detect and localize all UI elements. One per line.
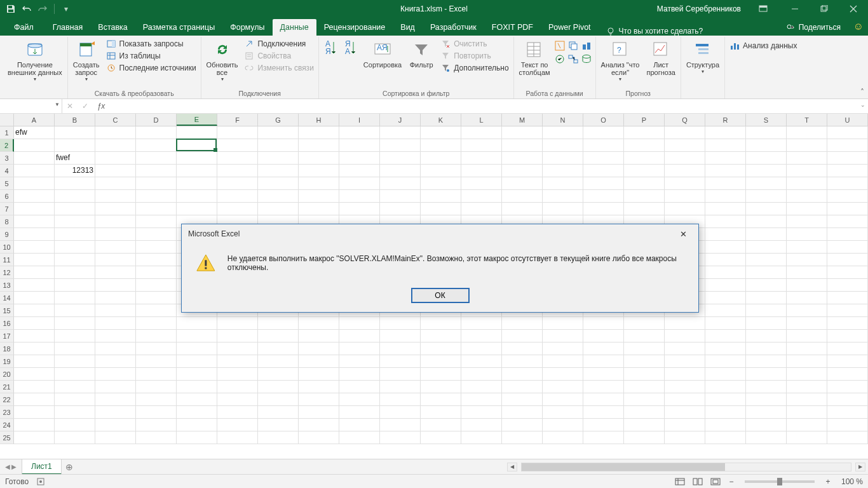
cell[interactable] [421,165,461,177]
cell[interactable] [136,139,177,152]
cell[interactable] [461,177,502,190]
cell[interactable] [258,126,299,139]
cell[interactable] [95,330,136,342]
outline-button[interactable]: Структура ▾ [684,38,722,76]
cell[interactable] [14,215,55,228]
column-header[interactable]: E [177,114,217,126]
cell[interactable] [502,368,543,381]
cell[interactable] [217,165,258,177]
cell[interactable] [787,355,827,368]
filter-button[interactable]: Фильтр [406,38,437,70]
sheet-tab[interactable]: Лист1 [22,459,62,475]
cell[interactable] [95,228,136,241]
cell[interactable] [299,330,339,342]
cell[interactable] [583,139,624,152]
cell[interactable] [136,165,177,177]
qat-customize-icon[interactable]: ▾ [59,3,73,15]
cell[interactable] [787,215,827,228]
cell[interactable] [543,419,583,431]
cell[interactable] [136,228,177,241]
cell[interactable] [95,431,136,444]
row-header[interactable]: 3 [0,152,14,165]
cell[interactable] [299,393,339,406]
cell[interactable] [55,304,95,317]
select-all-corner[interactable] [0,114,14,126]
cell[interactable] [705,241,746,254]
column-header[interactable]: M [502,114,543,126]
cell[interactable] [258,165,299,177]
cell[interactable] [502,152,543,165]
cell[interactable] [705,381,746,393]
cell[interactable] [55,266,95,279]
cell[interactable] [258,342,299,355]
cell[interactable] [14,330,55,342]
column-header[interactable]: K [421,114,461,126]
cell[interactable] [55,215,95,228]
user-name[interactable]: Матвей Серебренников [652,4,746,13]
cell[interactable] [827,393,868,406]
row-header[interactable]: 6 [0,190,14,203]
remove-duplicates-icon[interactable] [568,41,578,51]
cell[interactable] [665,431,705,444]
cell[interactable] [299,165,339,177]
cell[interactable] [177,431,217,444]
cell[interactable] [136,393,177,406]
row-header[interactable]: 10 [0,241,14,254]
cell[interactable] [624,330,665,342]
cell[interactable] [827,190,868,203]
cell[interactable] [217,152,258,165]
cell[interactable] [217,368,258,381]
cell[interactable] [299,342,339,355]
cell[interactable] [55,254,95,266]
cell[interactable] [55,126,95,139]
zoom-out-button[interactable]: − [727,477,736,486]
new-query-button[interactable]: Создать запрос ▾ [71,38,102,83]
hscroll-thumb[interactable] [522,463,725,471]
cell[interactable] [14,228,55,241]
cell[interactable] [177,381,217,393]
cell[interactable] [55,177,95,190]
cell[interactable] [95,139,136,152]
cell[interactable] [461,406,502,419]
cell[interactable] [746,317,787,330]
row-header[interactable]: 19 [0,355,14,368]
cell[interactable] [502,406,543,419]
cell[interactable] [136,152,177,165]
cell[interactable] [380,177,421,190]
cell[interactable] [177,152,217,165]
cell[interactable] [136,317,177,330]
sort-asc-button[interactable]: AЯ [322,38,339,58]
cell[interactable] [258,393,299,406]
cell[interactable] [583,317,624,330]
cell[interactable] [136,241,177,254]
cell[interactable] [380,393,421,406]
cell[interactable] [258,419,299,431]
cell[interactable] [136,355,177,368]
row-header[interactable]: 15 [0,304,14,317]
cell[interactable] [746,304,787,317]
column-header[interactable]: D [136,114,177,126]
cell[interactable] [543,126,583,139]
tab-data[interactable]: Данные [273,19,316,36]
cell[interactable] [95,203,136,215]
minimize-button[interactable] [780,0,810,18]
cell[interactable] [705,317,746,330]
cell[interactable] [787,431,827,444]
cell[interactable] [258,431,299,444]
manage-data-model-icon[interactable] [581,54,592,64]
tab-layout[interactable]: Разметка страницы [135,19,222,36]
cell[interactable] [14,165,55,177]
cell[interactable] [339,381,380,393]
cell[interactable] [543,152,583,165]
cell[interactable]: fwef [55,152,95,165]
cell[interactable] [461,381,502,393]
zoom-in-button[interactable]: + [824,477,832,486]
cell[interactable] [299,368,339,381]
cell[interactable] [705,228,746,241]
cell[interactable] [787,342,827,355]
column-header[interactable]: G [258,114,299,126]
cell[interactable] [339,342,380,355]
cell[interactable] [339,152,380,165]
dialog-close-button[interactable]: ✕ [670,226,696,242]
formula-input[interactable] [109,99,868,113]
